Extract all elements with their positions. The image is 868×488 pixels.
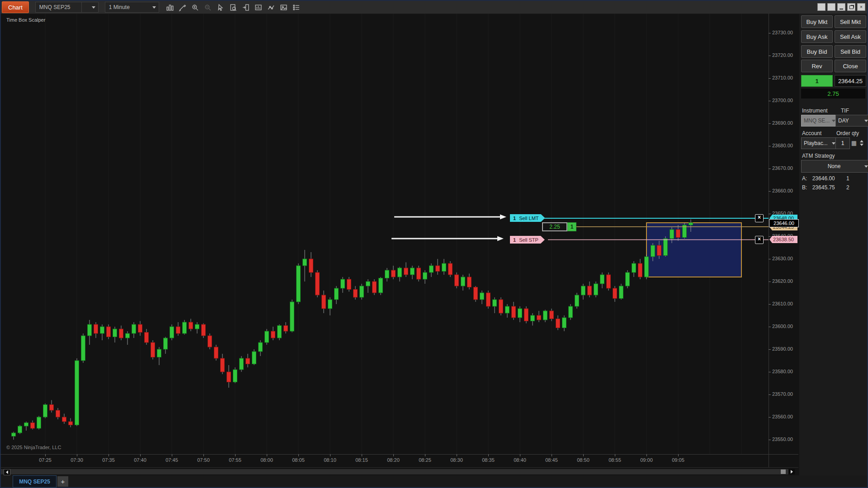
time-axis-tick: [298, 454, 299, 456]
reverse-button[interactable]: Rev: [801, 60, 833, 72]
candle-down: [347, 279, 351, 290]
candle-down: [189, 322, 193, 329]
chevron-down-icon: [832, 142, 835, 145]
buy-ask-button[interactable]: Buy Ask: [801, 30, 833, 43]
candle-down: [486, 293, 491, 306]
sell-limit-label: Sell LMT: [519, 216, 538, 221]
sell-stop-order-tag[interactable]: 1 Sell STP: [510, 236, 545, 244]
atm-strategy-select[interactable]: None: [801, 160, 868, 173]
candle-up: [493, 300, 497, 306]
scroll-left-button[interactable]: [4, 469, 10, 475]
candle-down: [138, 324, 142, 333]
price-axis-label: 23690.00: [772, 120, 798, 126]
tab-bar: MNQ SEP25 +: [1, 475, 867, 487]
atm-strategy-value: None: [828, 163, 841, 169]
time-axis-tick: [203, 454, 204, 456]
candle-down: [214, 347, 218, 358]
unrealized-pnl-display: 2.75: [801, 89, 865, 99]
instrument-select[interactable]: MNQ SE...: [801, 115, 838, 127]
time-axis-label: 08:00: [260, 457, 273, 463]
candle-up: [81, 336, 85, 361]
bid-prefix: B:: [802, 184, 807, 191]
candle-down: [354, 290, 358, 298]
buy-mkt-button[interactable]: Buy Mkt: [801, 15, 833, 28]
time-axis-tick: [425, 454, 425, 456]
candle-down: [151, 343, 155, 357]
position-pnl-box[interactable]: 2.25 1: [542, 222, 576, 231]
price-axis-tick: [769, 236, 771, 237]
time-axis-label: 08:50: [577, 457, 590, 463]
price-axis-label: 23670.00: [772, 165, 798, 171]
candle-up: [518, 309, 522, 318]
tif-label: TIF: [841, 108, 849, 114]
candle-up: [398, 268, 402, 277]
time-axis-tick: [646, 454, 647, 456]
time-axis-tick: [362, 454, 362, 456]
qty-calculator-icon[interactable]: ▦: [850, 137, 858, 148]
candle-up: [164, 338, 168, 349]
time-axis-label: 07:55: [229, 457, 241, 463]
chevron-down-icon: [864, 120, 868, 122]
cancel-sell-stop-button[interactable]: ×: [755, 236, 764, 244]
order-qty-input[interactable]: 1: [835, 137, 850, 149]
candle-down: [638, 263, 642, 277]
candle-down: [404, 268, 408, 275]
candle-down: [107, 327, 111, 337]
candle-up: [531, 315, 535, 321]
candle-up: [581, 286, 585, 295]
time-axis-label: 08:15: [355, 457, 368, 463]
price-axis-tick: [769, 33, 771, 33]
instrument-label: Instrument: [802, 108, 828, 114]
candle-up: [195, 324, 199, 329]
price-axis-tick: [769, 417, 771, 418]
position-avg-price-display: 23644.25: [835, 75, 866, 87]
sell-bid-button[interactable]: Sell Bid: [835, 45, 866, 58]
tab-mnq-sep25[interactable]: MNQ SEP25: [13, 475, 57, 488]
candle-up: [632, 263, 636, 272]
candle-up: [12, 433, 16, 436]
candle-up: [366, 282, 370, 286]
candle-down: [56, 410, 60, 417]
candlestick-chart[interactable]: [0, 0, 868, 488]
candle-up: [303, 259, 307, 266]
time-axis-tick: [172, 454, 172, 456]
candle-down: [284, 326, 288, 332]
close-position-button[interactable]: Close: [835, 60, 866, 72]
candle-up: [670, 230, 674, 239]
time-axis-label: 08:05: [292, 457, 305, 463]
time-axis-tick: [45, 454, 46, 456]
sell-limit-order-tag[interactable]: 1 Sell LMT: [510, 214, 545, 222]
instrument-select-value: MNQ SE...: [804, 117, 830, 124]
horizontal-scrollbar[interactable]: [1, 469, 788, 474]
time-axis-tick: [678, 454, 679, 456]
scroll-right-button[interactable]: [788, 469, 795, 474]
price-axis-tick: [769, 282, 771, 282]
candle-down: [145, 333, 149, 343]
candle-down: [499, 300, 503, 313]
price-axis-tick: [769, 169, 771, 169]
price-axis-label: 23730.00: [772, 30, 798, 35]
increment-icon: [860, 140, 863, 142]
account-select-value: Playbac...: [804, 140, 828, 146]
qty-stepper[interactable]: [859, 137, 865, 148]
cancel-sell-limit-button[interactable]: ×: [755, 214, 764, 222]
time-axis-tick: [235, 454, 236, 456]
atm-strategy-label: ATM Strategy: [802, 153, 835, 159]
price-axis-label: 23660.00: [772, 188, 798, 193]
sell-ask-button[interactable]: Sell Ask: [835, 30, 866, 43]
chevron-down-icon: [832, 120, 835, 122]
candle-up: [429, 266, 434, 272]
add-tab-button[interactable]: +: [57, 476, 68, 487]
scrollbar-thumb[interactable]: [781, 469, 786, 474]
time-axis-label: 08:45: [545, 457, 558, 463]
buy-bid-button[interactable]: Buy Bid: [801, 45, 833, 58]
candle-up: [651, 245, 655, 257]
price-axis-tick: [769, 440, 771, 440]
account-select[interactable]: Playbac...: [801, 137, 838, 149]
candle-up: [480, 293, 484, 300]
time-axis-tick: [520, 454, 520, 456]
tif-select[interactable]: DAY: [835, 115, 868, 127]
time-axis-tick: [77, 454, 77, 456]
sell-mkt-button[interactable]: Sell Mkt: [835, 15, 866, 28]
candle-up: [24, 423, 28, 427]
